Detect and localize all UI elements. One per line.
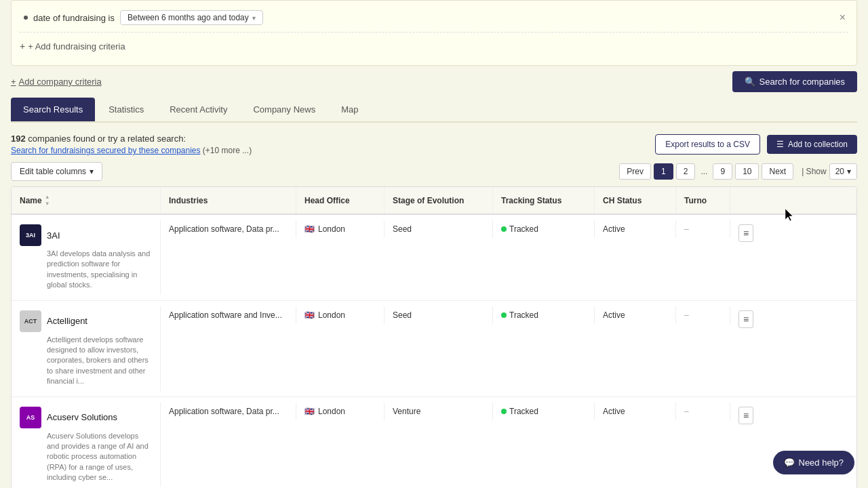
column-tracking: Tracking Status [493,187,595,214]
tab-statistics[interactable]: Statistics [96,98,156,121]
table-row: ACT Actelligent Actelligent develops sof… [12,301,856,397]
show-label: | Show [802,167,826,176]
filter-value-text: Between 6 months ago and today [127,13,249,22]
plus-icon: + [20,41,25,52]
tabs-section: Search Results Statistics Recent Activit… [11,98,857,123]
row-actions-button-1[interactable]: ≡ [738,310,753,328]
page-dots: ... [698,164,710,179]
prev-page-button[interactable]: Prev [619,163,651,180]
edit-columns-label: Edit table columns [20,167,86,176]
need-help-label: Need help? [799,458,844,468]
company-logo-0: 3AI [20,224,41,246]
column-head-office-label: Head Office [304,196,350,205]
company-description-0: 3AI develops data analysis and predictio… [20,249,152,291]
tab-search-results[interactable]: Search Results [11,98,95,121]
add-to-collection-button[interactable]: ☰ Add to collection [767,135,857,154]
filter-label: date of fundraising is [33,13,115,23]
column-turnover: Turno [676,187,730,214]
tracked-dot-0 [501,226,507,232]
filter-section: date of fundraising is Between 6 months … [11,0,857,92]
tracking-label-0: Tracked [509,224,538,234]
company-logo-1: ACT [20,310,41,332]
company-actions-1: ≡ [730,306,757,332]
collection-icon: ☰ [776,140,784,149]
column-ch-status: CH Status [595,187,676,214]
company-logo-2: AS [20,407,41,428]
company-industries-1: Application software and Inve... [161,306,296,324]
flag-icon-0: 🇬🇧 [304,224,315,234]
table-row-0[interactable]: 3AI 3AI 3AI develops data analysis and p… [12,215,856,300]
filter-value-pill[interactable]: Between 6 months ago and today ▾ [120,10,263,25]
page-2-button[interactable]: 2 [676,163,696,180]
company-criteria-row: + Add company criteria 🔍 Search for comp… [11,71,857,92]
company-stage-0: Seed [384,220,493,238]
need-help-button[interactable]: 💬 Need help? [773,451,855,474]
more-text: (+10 more ...) [203,146,252,155]
company-industries-0: Application software, Data pr... [161,220,296,238]
company-stage-2: Venture [384,403,493,420]
search-companies-button[interactable]: 🔍 Search for companies [732,71,857,92]
table-row: AS Acuserv Solutions Acuserv Solutions d… [12,397,856,488]
tab-company-news[interactable]: Company News [241,98,328,121]
flag-icon-1: 🇬🇧 [304,310,315,320]
company-tracking-2: Tracked [493,403,595,420]
company-stage-1: Seed [384,306,493,324]
page-1-button[interactable]: 1 [654,163,673,180]
results-actions: Export results to a CSV ☰ Add to collect… [655,134,857,155]
company-name-cell-0: 3AI 3AI 3AI develops data analysis and p… [12,220,161,295]
add-fundraising-button[interactable]: + + Add fundraising criteria [20,37,125,56]
row-actions-button-2[interactable]: ≡ [738,407,753,424]
column-ch-status-label: CH Status [603,196,642,205]
column-stage-label: Stage of Evolution [393,196,464,205]
company-name-cell-2: AS Acuserv Solutions Acuserv Solutions d… [12,403,161,487]
column-industries-label: Industries [169,196,208,205]
show-per-page-select[interactable]: 20 ▾ [829,163,857,180]
results-info: 192 companies found or try a related sea… [11,134,252,155]
results-count: 192 [11,134,26,144]
company-location-2: 🇬🇧 London [296,403,384,420]
export-csv-button[interactable]: Export results to a CSV [655,134,760,155]
row-actions-button-0[interactable]: ≡ [738,224,753,242]
column-actions [730,187,757,214]
sort-desc-icon: ▼ [45,201,50,207]
add-company-criteria-button[interactable]: + Add company criteria [11,77,102,87]
close-filter-button[interactable]: × [837,12,848,24]
company-name-text-1: Actelligent [47,316,87,326]
column-name-label: Name [20,196,42,205]
column-name[interactable]: Name ▲ ▼ [12,187,161,214]
page-9-button[interactable]: 9 [713,163,732,180]
table-row-1[interactable]: ACT Actelligent Actelligent develops sof… [12,301,856,396]
company-turnover-1: – [676,306,730,324]
fundraisings-search-link[interactable]: Search for fundraisings secured by these… [11,146,201,155]
page-10-button[interactable]: 10 [735,163,759,180]
add-fundraising-row: + + Add fundraising criteria [20,32,848,60]
edit-columns-button[interactable]: Edit table columns ▾ [11,162,102,181]
company-ch-status-2: Active [595,403,676,420]
company-tracking-1: Tracked [493,306,595,324]
results-table: Name ▲ ▼ Industries Head Office Stage of… [11,186,857,488]
plus-icon-company: + [11,77,16,87]
company-ch-status-0: Active [595,220,676,238]
company-ch-status-1: Active [595,306,676,324]
next-page-button[interactable]: Next [762,163,793,180]
company-turnover-2: – [676,403,730,420]
company-turnover-0: – [676,220,730,238]
tracked-dot-2 [501,409,507,414]
filter-bullet [24,16,28,20]
tracking-label-1: Tracked [509,310,538,320]
table-row: 3AI 3AI 3AI develops data analysis and p… [12,215,856,301]
company-name-text-0: 3AI [47,230,60,241]
company-name-cell-1: ACT Actelligent Actelligent develops sof… [12,306,161,391]
tracking-label-2: Tracked [509,407,538,416]
tracked-dot-1 [501,312,507,318]
company-name-text-2: Acuserv Solutions [47,412,117,422]
add-fundraising-label: + Add fundraising criteria [28,41,125,52]
city-text-0: London [318,224,345,234]
tab-recent-activity[interactable]: Recent Activity [157,98,239,121]
date-filter-row: date of fundraising is Between 6 months … [20,6,848,29]
results-found-text: found or try a related search: [73,134,186,144]
table-row-2[interactable]: AS Acuserv Solutions Acuserv Solutions d… [12,397,856,488]
company-description-2: Acuserv Solutions develops and provides … [20,431,152,483]
add-company-label: Add company criteria [19,77,102,87]
tab-map[interactable]: Map [329,98,370,121]
